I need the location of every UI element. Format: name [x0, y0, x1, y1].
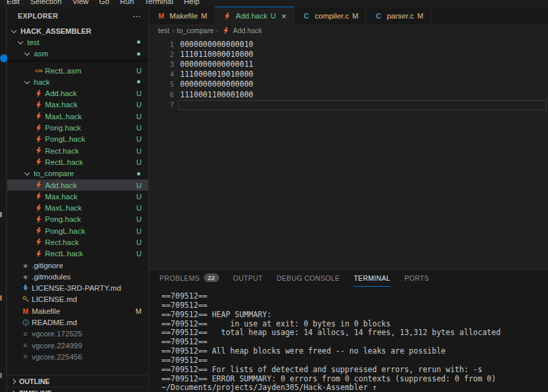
menu-item-go[interactable]: Go — [94, 0, 114, 5]
panel-tab-label: OUTPUT — [233, 274, 263, 282]
tree-file-maxl-hack[interactable]: MaxL.hackU — [7, 111, 148, 122]
tree-folder-hack-assembler[interactable]: HACK_ASSEMBLER — [7, 25, 148, 36]
tree-file-pongl-hack[interactable]: PongL.hackU — [7, 134, 148, 145]
breadcrumb-item-to-compare[interactable]: to_compare — [177, 26, 213, 34]
panel-tab-ports[interactable]: PORTS — [404, 270, 429, 287]
menu-item-view[interactable]: View — [67, 0, 94, 5]
file-tree: HACK_ASSEMBLERtestasmASMRect.asmUASMRect… — [7, 25, 148, 363]
code-line[interactable]: 41110000010010000 — [149, 70, 548, 79]
terminal-line: ==709512== in use at exit: 0 bytes in 0 … — [161, 320, 548, 329]
activity-bar[interactable] — [0, 7, 7, 392]
hack-file-icon — [34, 124, 44, 132]
makefile-icon: M — [21, 307, 30, 315]
code-text: 1110000010010000 — [180, 70, 547, 79]
tree-file-max-hack[interactable]: Max.hackU — [7, 99, 148, 111]
code-line[interactable]: 10000000000000010 — [149, 40, 548, 50]
tree-item-label: PongL.hack — [45, 135, 85, 143]
tree-item-label: RectL.hack — [45, 250, 83, 258]
tree-file-license-3rd-party-md[interactable]: LICENSE-3RD-PARTY.md — [7, 283, 148, 294]
panel-tab-output[interactable]: OUTPUT — [233, 270, 263, 287]
code-line[interactable]: 7 — [149, 100, 548, 110]
tree-file-vgcore-172525[interactable]: ≡vgcore.172525 — [7, 328, 148, 340]
hack-file-icon — [34, 89, 44, 97]
core-file-icon: ≡ — [21, 353, 30, 361]
tab-label: compiler.c — [315, 12, 349, 20]
menu-item-edit[interactable]: Edit — [1, 0, 25, 5]
more-actions-icon[interactable]: ⋯ — [132, 11, 142, 21]
line-number: 4 — [149, 70, 174, 79]
section-timeline[interactable]: TIMELINE — [7, 387, 148, 392]
hack-file-icon — [34, 215, 44, 223]
tree-folder-hack[interactable]: hack — [7, 76, 148, 87]
git-status-badge: U — [136, 113, 142, 121]
tree-file-makefile[interactable]: MMakefileM — [7, 305, 148, 317]
tree-file-readme-md[interactable]: README.md — [7, 317, 148, 328]
tab-compiler-c[interactable]: Ccompiler.cM — [295, 7, 367, 25]
tree-file-rect-hack[interactable]: Rect.hackU — [7, 145, 148, 156]
tab-add-hack[interactable]: Add.hackU× — [215, 7, 295, 25]
git-status-badge: U — [136, 193, 142, 201]
git-status-badge: M — [417, 12, 423, 20]
tree-item-label: HACK_ASSEMBLER — [21, 27, 91, 35]
tree-item-label: to_compare — [34, 170, 74, 177]
tree-folder-to-compare[interactable]: to_compare — [7, 168, 148, 179]
tree-file-add-hack[interactable]: Add.hackU — [7, 179, 148, 191]
tree-item-label: vgcore.225456 — [32, 353, 82, 361]
core-file-icon: ≡ — [21, 330, 30, 338]
breadcrumb-item-test[interactable]: test — [158, 26, 169, 34]
tree-file-gitmodules[interactable]: ◈.gitmodules — [7, 271, 148, 282]
tree-file-maxl-hack[interactable]: MaxL.hackU — [7, 202, 148, 213]
code-line[interactable]: 21110110000010000 — [149, 50, 548, 60]
section-outline[interactable]: OUTLINE — [7, 375, 148, 387]
tree-file-rect-hack[interactable]: Rect.hackU — [7, 236, 148, 248]
tree-file-rect-asm[interactable]: ASMRect.asmU — [7, 60, 148, 65]
breadcrumb-item-add-hack[interactable]: Add.hack — [221, 26, 262, 34]
tree-file-vgcore-224999[interactable]: ≡vgcore.224999 — [7, 340, 148, 351]
tree-folder-test[interactable]: test — [7, 36, 148, 48]
menu-item-selection[interactable]: Selection — [25, 0, 67, 5]
git-changes-dot — [137, 80, 140, 83]
core-file-icon: ≡ — [21, 342, 30, 350]
tree-item-label: Max.hack — [45, 101, 77, 109]
panel-tab-problems[interactable]: PROBLEMS22 — [160, 270, 219, 287]
git-file-icon: ◈ — [21, 262, 30, 270]
tab-makefile[interactable]: MMakefileM — [149, 7, 215, 25]
tree-item-label: test — [27, 38, 40, 46]
terminal-line: ==709512== — [161, 356, 548, 366]
code-line[interactable]: 50000000000000000 — [149, 79, 548, 89]
line-number: 5 — [149, 80, 174, 89]
menu-item-help[interactable]: Help — [179, 0, 205, 5]
tree-file-rectl-hack[interactable]: RectL.hackU — [7, 156, 148, 168]
tab-parser-c[interactable]: Cparser.cM — [366, 7, 431, 25]
tree-file-max-hack[interactable]: Max.hackU — [7, 191, 148, 202]
menu-item-run[interactable]: Run — [114, 0, 139, 5]
tree-file-rectl-asm[interactable]: ASMRectL.asmU — [7, 65, 148, 76]
tree-file-gitignore[interactable]: ◈.gitignore — [7, 260, 148, 271]
tree-file-vgcore-225456[interactable]: ≡vgcore.225456 — [7, 351, 148, 362]
tree-file-pongl-hack[interactable]: PongL.hackU — [7, 225, 148, 236]
chevron-down-icon — [23, 78, 32, 86]
tree-file-rectl-hack[interactable]: RectL.hackU — [7, 248, 148, 260]
code-text — [178, 100, 547, 110]
tree-item-label: Add.hack — [45, 89, 77, 97]
code-line[interactable]: 30000000000000011 — [149, 60, 548, 70]
panel-tab-debug-console[interactable]: DEBUG CONSOLE — [277, 270, 340, 287]
tree-file-pong-hack[interactable]: Pong.hackU — [7, 122, 148, 133]
tree-file-add-hack[interactable]: Add.hackU — [7, 87, 148, 99]
hack-file-icon — [222, 12, 232, 20]
tree-file-pong-hack[interactable]: Pong.hackU — [7, 214, 148, 225]
tree-file-license-md[interactable]: LICENSE.md — [7, 294, 148, 305]
code-editor[interactable]: 1000000000000001021110110000010000300000… — [149, 36, 548, 269]
terminal-output[interactable]: ==709512====709512====709512== HEAP SUMM… — [149, 287, 548, 392]
section-label: TIMELINE — [19, 389, 52, 392]
close-icon[interactable]: × — [281, 12, 287, 21]
c-file-icon: C — [373, 12, 383, 20]
menu-bar: EditSelectionViewGoRunTerminalHelp — [0, 0, 548, 7]
tree-folder-asm[interactable]: asm — [7, 48, 148, 60]
editor-tabs: MMakefileMAdd.hackU×Ccompiler.cMCparser.… — [149, 7, 548, 25]
tab-label: parser.c — [387, 12, 414, 20]
panel-tab-terminal[interactable]: TERMINAL — [353, 270, 390, 287]
git-changes-dot — [137, 172, 140, 175]
code-line[interactable]: 61110001100001000 — [149, 89, 548, 99]
menu-item-terminal[interactable]: Terminal — [139, 0, 178, 5]
